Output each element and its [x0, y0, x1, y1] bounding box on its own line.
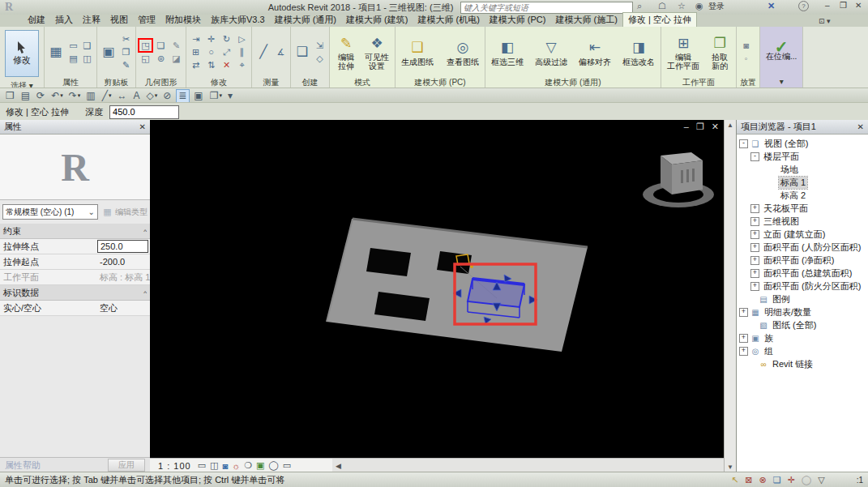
split-icon[interactable]: ∥ [236, 46, 248, 58]
account-icon[interactable]: ◉ [695, 1, 703, 11]
offset-icon[interactable]: ⊞ [190, 46, 202, 58]
restore-button[interactable]: ❐ [840, 1, 847, 10]
tree-item[interactable]: + ▦ 明细表/数量 [737, 305, 868, 318]
scale-icon-view-control-icon[interactable]: ▭ [198, 460, 206, 471]
copy-icon[interactable]: ❐ [120, 46, 132, 58]
depth-input[interactable] [109, 105, 179, 119]
tree-item[interactable]: + 面积平面 (防火分区面积) [737, 280, 868, 293]
tree-item[interactable]: ▧ 图纸 (全部) [737, 318, 868, 331]
scale-modify-icon[interactable]: ⤢ [220, 46, 233, 58]
edit-extrusion-button[interactable]: ✎ 编辑 拉伸 [333, 32, 359, 71]
aligned-dimension-qat-icon[interactable]: ↔ [115, 90, 129, 102]
tree-item[interactable]: + 三维视图 [737, 215, 868, 228]
reset-icon-status-toggle-icon[interactable]: ◯ [802, 475, 811, 485]
tree-item-label[interactable]: 图例 [771, 293, 792, 305]
thin-lines-qat-icon[interactable]: ≣ [176, 89, 190, 103]
tree-item-label[interactable]: 场地 [779, 164, 800, 176]
revit-app-icon[interactable]: R [2, 1, 16, 14]
favorites-star-icon[interactable]: ☆ [678, 1, 686, 11]
ribbon-tab[interactable]: 建模大师 (建筑) [341, 13, 413, 27]
section-collapse-icon[interactable]: ^ [143, 228, 150, 235]
tree-toggle[interactable] [769, 179, 776, 186]
tree-item-label[interactable]: 面积平面 (总建筑面积) [762, 267, 853, 280]
ribbon-tab[interactable]: 创建 [23, 13, 50, 27]
tree-item[interactable]: - ❑ 视图 (全部) [737, 137, 868, 150]
tree-toggle[interactable]: + [750, 204, 759, 213]
tree-toggle[interactable]: + [750, 282, 759, 291]
tree-toggle[interactable]: + [739, 334, 748, 343]
ribbon-tab[interactable]: 建模大师 (施工) [550, 13, 622, 27]
offset-align-button[interactable]: ⇤ 偏移对齐 [576, 37, 614, 67]
select-underlay-toggle-status-toggle-icon[interactable]: ❏ [773, 475, 781, 485]
tree-item[interactable]: + ◎ 组 [737, 344, 868, 357]
tree-item-label[interactable]: 标高 2 [779, 190, 807, 202]
tree-item-label[interactable]: 立面 (建筑立面) [762, 229, 827, 241]
pin-icon[interactable]: ⌖ [236, 59, 248, 70]
close-hidden-windows-qat-icon[interactable]: ▣ [192, 90, 205, 102]
pick-new-workplane-button[interactable]: ❐ 拾取 新的 [707, 32, 733, 71]
print-qat-icon[interactable]: ▥ [84, 90, 97, 102]
generate-sheet-button[interactable]: ❑ 生成图纸 [399, 37, 436, 67]
property-row[interactable]: 实心/空心 空心 [0, 301, 150, 316]
exchange-icon[interactable]: ☖ [658, 1, 666, 11]
delete-icon[interactable]: ✕ [220, 59, 233, 70]
panel-display-toggle[interactable]: ⊡ ▾ [815, 16, 834, 26]
shadows-icon-view-control-icon[interactable]: ❍ [244, 460, 252, 471]
tree-item[interactable]: + 天花板平面 [737, 202, 868, 215]
crop-view-icon-view-control-icon[interactable]: ▣ [256, 460, 264, 471]
edit-workplane-button[interactable]: ⊞ 编辑 工作平面 [665, 32, 702, 71]
section-collapse-icon[interactable]: ^ [143, 289, 150, 297]
tree-toggle[interactable]: + [750, 230, 759, 239]
drawing-area[interactable]: – ❐ ✕ [150, 120, 724, 458]
ribbon-tab[interactable]: 插入 [50, 13, 78, 27]
box-rename-button[interactable]: ◨ 框选改名 [620, 37, 657, 67]
family-types-icon[interactable]: ❑ [81, 40, 93, 51]
tree-item[interactable]: + 面积平面 (人防分区面积) [737, 241, 868, 254]
section-qat-icon[interactable]: ⊘ [161, 90, 173, 102]
slab-opening-1[interactable] [366, 248, 411, 276]
paste-icon[interactable]: ▣ [100, 44, 117, 60]
tree-item[interactable]: ▤ 图例 [737, 293, 868, 305]
canvas-vertical-scrollbar[interactable]: ▲ ▼ [724, 120, 736, 472]
type-selector[interactable]: 常规模型 (空心) (1) ⌄ [2, 204, 98, 220]
sync-qat-icon[interactable]: ⟳ [35, 90, 47, 102]
show-workplane-icon[interactable]: ◙ [740, 40, 752, 51]
materials-icon[interactable]: ▭ [67, 40, 79, 51]
customize-qat-qat-icon[interactable]: ▾ [226, 90, 235, 102]
tree-item[interactable]: + 面积平面 (总建筑面积) [737, 267, 868, 280]
property-value[interactable]: 250.0 [97, 240, 148, 253]
project-browser-close-icon[interactable]: ✕ [857, 122, 864, 131]
tree-toggle[interactable] [769, 166, 776, 173]
measure-qat-icon[interactable]: ╱▾ [100, 90, 113, 102]
align-icon[interactable]: ⇥ [190, 33, 202, 45]
tree-toggle[interactable] [749, 322, 756, 329]
switch-windows-qat-icon[interactable]: ❐▾ [208, 90, 224, 102]
property-row[interactable]: 标识数据 ^ [0, 285, 150, 301]
copy-modify-icon[interactable]: ○ [205, 46, 217, 58]
tree-item-label[interactable]: 视图 (全部) [763, 138, 810, 150]
floor-slab[interactable] [327, 219, 588, 352]
tree-item-label[interactable]: 楼层平面 [762, 151, 801, 163]
tree-item[interactable]: 标高 2 [737, 189, 868, 202]
create-group-icon[interactable]: ⇲ [314, 40, 326, 51]
sun-path-icon-view-control-icon[interactable]: ☼ [232, 461, 240, 471]
drag-on-selection-toggle-status-toggle-icon[interactable]: ✛ [788, 475, 795, 485]
tree-item-label[interactable]: 三维视图 [762, 216, 801, 228]
finish-inplace-button[interactable]: ✓ 在位编... [763, 42, 799, 62]
property-row[interactable]: 拉伸起点 -200.0 [0, 254, 150, 270]
join-geometry-icon[interactable]: ◱ [139, 53, 152, 64]
property-row[interactable]: 拉伸终点 250.0 [0, 239, 150, 254]
create-similar-icon[interactable]: ❑ [294, 44, 310, 60]
trim-icon[interactable]: ▷ [236, 33, 248, 45]
scroll-down-icon[interactable]: ▼ [727, 464, 733, 471]
select-pinned-toggle-status-toggle-icon[interactable]: ⊗ [759, 475, 767, 485]
tree-item[interactable]: + ▣ 族 [737, 331, 868, 344]
property-value[interactable]: 空心 [97, 302, 150, 314]
close-button[interactable]: ✕ [855, 1, 862, 10]
property-value[interactable]: -200.0 [97, 257, 150, 267]
3d-view[interactable] [150, 120, 724, 458]
split-face-icon[interactable]: ◪ [170, 53, 182, 64]
tree-toggle[interactable]: + [739, 347, 748, 356]
properties-help-link[interactable]: 属性帮助 [5, 459, 41, 472]
tree-item[interactable]: - 楼层平面 [737, 150, 868, 163]
